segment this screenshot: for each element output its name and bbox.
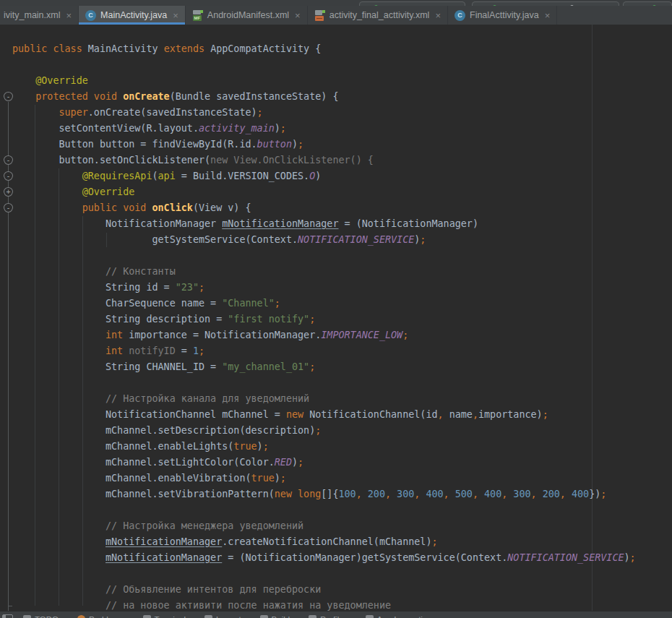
code-token: 200 <box>368 489 385 499</box>
code-token: mNotificationManager <box>105 552 222 563</box>
code-token: CharSequence name = <box>12 298 222 309</box>
code-token: ; <box>420 234 426 245</box>
code-token <box>537 489 543 499</box>
code-token: // Настройка канала для уведомлений <box>12 393 309 404</box>
code-token <box>12 552 105 563</box>
tab-label: FinalActtivity.java <box>470 10 539 20</box>
code-line-14: // Константы <box>0 264 672 280</box>
code-token: ; <box>630 552 636 563</box>
code-token: // Настройка менеджера уведомлений <box>12 520 303 531</box>
code-token: "Channel" <box>222 298 275 309</box>
code-token: "my_channel_01" <box>222 361 309 372</box>
code-token: public class <box>12 43 88 54</box>
statusbar-item-label: Terminal <box>155 615 186 618</box>
code-line-16: CharSequence name = "Channel"; <box>0 296 672 312</box>
close-tab-icon[interactable]: × <box>173 11 178 20</box>
code-token: NOTIFICATION_SERVICE <box>507 552 624 563</box>
code-line-20: String CHANNEL_ID = "my_channel_01"; <box>0 359 672 375</box>
statusbar-item-logcat[interactable]: Logcat <box>204 615 241 618</box>
code-token: mChannel.setDescription(description) <box>12 425 315 436</box>
tab-MainActivity.java[interactable]: CMainActivity.java× <box>79 6 186 25</box>
tab-AndroidManifest.xml[interactable]: MFAndroidManifest.xml× <box>186 6 308 25</box>
code-token: extends <box>164 43 211 54</box>
statusbar-item-build[interactable]: Build <box>260 615 290 618</box>
code-token <box>12 536 105 547</box>
tab-ivity_main.xml[interactable]: ivity_main.xml× <box>0 6 79 25</box>
code-token: int <box>105 330 129 340</box>
code-token: button <box>257 139 292 150</box>
code-token: new <box>286 409 309 420</box>
code-token: , <box>473 489 478 499</box>
editor-tab-bar: ivity_main.xml×CMainActivity.java×MFAndr… <box>0 6 672 25</box>
code-token: = (NotificationManager)getSystemService(… <box>222 552 507 563</box>
code-token: ; <box>315 425 321 436</box>
code-token: ( <box>152 171 158 181</box>
statusbar-item-problems[interactable]: Problems <box>77 615 124 618</box>
code-token: IMPORTANCE_LOW <box>321 330 402 340</box>
code-line-0: public class MainActivity extends AppCom… <box>0 41 672 57</box>
code-token: (Bundle savedInstanceState) { <box>170 91 339 102</box>
code-token: true <box>251 473 275 484</box>
code-line-21 <box>0 375 672 391</box>
code-line-13 <box>0 248 672 264</box>
code-token: // на новое активити после нажатия на ув… <box>12 600 391 611</box>
status-bar-items: TODOProblemsTerminalLogcatBuildProfilerA… <box>23 615 451 618</box>
logcat-icon <box>204 615 212 618</box>
android-studio-window: ivity_main.xml×CMainActivity.java×MFAndr… <box>0 0 672 618</box>
code-token <box>12 346 105 356</box>
statusbar-item-profiler[interactable]: Profiler <box>309 615 346 618</box>
code-token: mNotificationManager <box>105 536 222 547</box>
code-token: RED <box>275 457 292 468</box>
statusbar-item-label: Build <box>272 615 290 618</box>
statusbar-item-todo[interactable]: TODO <box>23 615 59 618</box>
code-token: NotificationChannel(id <box>309 409 437 420</box>
code-token: importance) <box>478 409 543 420</box>
close-tab-icon[interactable]: × <box>545 11 551 20</box>
tool-window-layout-icon[interactable] <box>2 614 13 618</box>
tab-label: activity_final_acttivity.xml <box>329 10 430 20</box>
status-bar: TODOProblemsTerminalLogcatBuildProfilerA… <box>0 611 672 618</box>
code-token: NotificationManager <box>12 218 222 229</box>
code-token: onClick <box>152 202 193 213</box>
code-line-22: // Настройка канала для уведомлений <box>0 391 672 407</box>
code-token: 200 <box>543 489 560 499</box>
code-token: ; <box>600 489 606 499</box>
statusbar-item-terminal[interactable]: Terminal <box>143 615 186 618</box>
code-token: ; <box>431 536 437 547</box>
code-token: (View v) { <box>193 202 251 213</box>
close-tab-icon[interactable]: × <box>295 11 301 20</box>
code-token: int <box>105 346 129 356</box>
code-line-4: super.onCreate(savedInstanceState); <box>0 105 672 121</box>
code-token <box>12 186 82 197</box>
code-token <box>12 171 82 181</box>
code-editor[interactable]: ---+- public class MainActivity extends … <box>0 25 672 611</box>
tab-FinalActtivity.java[interactable]: CFinalActtivity.java× <box>448 6 557 25</box>
code-token: ) <box>292 139 298 150</box>
close-tab-icon[interactable]: × <box>66 11 72 20</box>
close-tab-icon[interactable]: × <box>435 11 441 20</box>
code-token <box>12 75 35 86</box>
code-token: ) <box>624 552 630 563</box>
code-token: notifyID <box>129 346 176 356</box>
code-line-26: mChannel.setLightColor(Color.RED); <box>0 455 672 471</box>
code-token <box>478 489 484 499</box>
code-token: .createNotificationChannel(mChannel) <box>222 536 431 547</box>
code-token: // Константы <box>12 266 176 277</box>
code-token: @Override <box>82 186 135 197</box>
code-token: ; <box>263 441 269 452</box>
code-line-10: public void onClick(View v) { <box>0 200 672 216</box>
code-token: MainActivity <box>88 43 164 54</box>
app-inspection-icon <box>366 615 374 618</box>
tab-label: MainActivity.java <box>100 10 167 20</box>
tab-activity_final_acttivity.xml[interactable]: activity_final_acttivity.xml× <box>308 6 448 25</box>
code-token: ; <box>275 298 280 309</box>
statusbar-item-app-inspection[interactable]: App Inspection <box>366 615 432 618</box>
code-token: , <box>560 489 566 499</box>
statusbar-item-label: App Inspection <box>377 615 432 618</box>
code-line-15: String id = "23"; <box>0 280 672 296</box>
todo-icon <box>23 615 31 618</box>
code-token: NOTIFICATION_SERVICE <box>298 234 414 245</box>
code-token <box>449 489 455 499</box>
code-token: ; <box>280 123 286 134</box>
code-line-11: NotificationManager mNotificationManager… <box>0 216 672 232</box>
